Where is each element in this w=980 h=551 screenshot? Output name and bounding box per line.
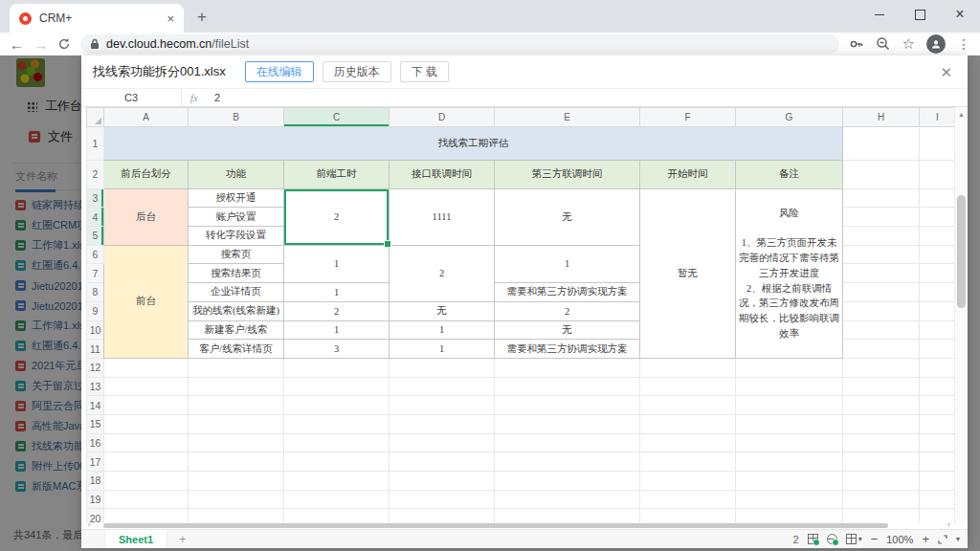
cell-d6[interactable]: 2 xyxy=(390,245,495,301)
cell-b3[interactable]: 授权开通 xyxy=(189,188,284,208)
footer-menu-caret-icon[interactable]: ▾ xyxy=(956,535,960,543)
horizontal-scrollbar[interactable]: ‹ › xyxy=(86,523,968,529)
cell-name-box[interactable]: C3 xyxy=(81,89,182,106)
zoom-out-icon[interactable] xyxy=(876,36,891,52)
dialog-close-icon[interactable]: ✕ xyxy=(936,65,956,79)
row-header[interactable]: 3 xyxy=(87,188,104,208)
horizontal-scroll-thumb[interactable] xyxy=(103,523,888,528)
cell-d9[interactable]: 无 xyxy=(390,301,495,320)
header-cell[interactable]: 前端工时 xyxy=(284,160,390,188)
cell-e10[interactable]: 无 xyxy=(495,320,640,340)
header-cell[interactable]: 备注 xyxy=(736,160,843,188)
cell-f3-start-time[interactable]: 暂无 xyxy=(640,188,736,358)
selected-cell-c3[interactable]: 2 xyxy=(284,188,390,245)
header-cell[interactable]: 前后台划分 xyxy=(104,160,189,188)
cell-e9[interactable]: 2 xyxy=(495,301,640,320)
browser-menu-icon[interactable]: ⋮ xyxy=(957,36,970,52)
row-header[interactable]: 14 xyxy=(87,396,104,415)
header-cell[interactable]: 接口联调时间 xyxy=(390,160,495,188)
cell-c8[interactable]: 1 xyxy=(284,283,390,302)
column-header-f[interactable]: F xyxy=(640,108,736,127)
formula-input[interactable]: 2 xyxy=(207,92,220,103)
cell-d10[interactable]: 1 xyxy=(390,320,495,340)
download-button[interactable]: 下 载 xyxy=(400,61,449,82)
history-version-button[interactable]: 历史版本 xyxy=(323,61,391,82)
sync-status-icon[interactable] xyxy=(827,534,837,544)
scroll-up-icon[interactable]: ▲ xyxy=(955,107,968,121)
online-edit-button[interactable]: 在线编辑 xyxy=(245,61,314,82)
scroll-right-icon[interactable]: › xyxy=(947,520,950,529)
row-header[interactable]: 4 xyxy=(87,208,104,227)
column-header-d[interactable]: D xyxy=(390,108,495,127)
cell-b6[interactable]: 搜索页 xyxy=(189,245,284,264)
column-header-c[interactable]: C xyxy=(284,108,390,127)
password-key-icon[interactable] xyxy=(849,36,864,52)
cell-c10[interactable]: 1 xyxy=(284,320,390,340)
row-header[interactable]: 11 xyxy=(87,340,104,359)
sheet-title-cell[interactable]: 找线索工期评估 xyxy=(104,126,843,160)
cell-c9[interactable]: 2 xyxy=(284,301,390,320)
row-header[interactable]: 12 xyxy=(87,358,104,377)
window-minimize-button[interactable] xyxy=(859,0,900,29)
header-cell[interactable]: 功能 xyxy=(189,160,284,188)
row-header[interactable]: 18 xyxy=(87,472,104,491)
fullscreen-icon[interactable] xyxy=(938,535,947,544)
grid-view-caret-icon[interactable]: ▾ xyxy=(858,535,862,543)
column-header-e[interactable]: E xyxy=(495,108,640,127)
vertical-scroll-thumb[interactable] xyxy=(957,195,966,308)
cell-c6[interactable]: 1 xyxy=(284,245,390,282)
cell-g3-remark[interactable]: 风险 1、第三方页面开发未完善的情况下需等待第三方开发进度 2、根据之前联调情况… xyxy=(736,188,843,358)
cell-d3[interactable]: 1111 xyxy=(390,188,495,245)
window-restore-button[interactable] xyxy=(900,0,940,29)
vertical-scrollbar[interactable]: ▲ xyxy=(954,107,968,523)
cell-b9[interactable]: 我的线索(线索新建) xyxy=(189,301,284,320)
fill-handle[interactable] xyxy=(384,240,391,248)
tab-close-icon[interactable]: × xyxy=(167,12,174,25)
header-cell[interactable]: 第三方联调时间 xyxy=(495,160,640,188)
row-header[interactable]: 9 xyxy=(87,301,104,320)
column-header-i[interactable]: I xyxy=(920,108,956,127)
cell-b4[interactable]: 账户设置 xyxy=(189,208,284,227)
row-header[interactable]: 1 xyxy=(87,126,104,160)
bookmark-star-icon[interactable]: ☆ xyxy=(902,35,915,53)
row-header[interactable]: 8 xyxy=(87,283,104,302)
cell-e8[interactable]: 需要和第三方协调实现方案 xyxy=(495,283,640,302)
row-header[interactable]: 15 xyxy=(87,414,104,433)
row-header[interactable]: 19 xyxy=(87,490,104,509)
cell-d11[interactable]: 1 xyxy=(390,340,495,359)
back-icon[interactable]: ← xyxy=(10,37,24,52)
row-header[interactable]: 13 xyxy=(87,377,104,396)
column-header-b[interactable]: B xyxy=(189,108,284,127)
forward-icon[interactable]: → xyxy=(33,37,48,52)
browser-tab[interactable]: CRM+ × xyxy=(10,4,184,33)
address-bar[interactable]: dev.cloud.hecom.cn/fileList xyxy=(80,34,839,54)
zoom-out-button[interactable]: − xyxy=(871,533,879,545)
cell-b10[interactable]: 新建客户/线索 xyxy=(189,320,284,340)
window-close-button[interactable]: × xyxy=(940,0,980,29)
row-header[interactable]: 2 xyxy=(87,160,104,188)
refresh-icon[interactable] xyxy=(57,37,71,51)
column-header-a[interactable]: A xyxy=(104,108,189,127)
cell-a6-frontend[interactable]: 前台 xyxy=(104,245,189,358)
header-cell[interactable]: 开始时间 xyxy=(640,160,736,188)
cell-a3-backend[interactable]: 后台 xyxy=(104,188,189,245)
row-header[interactable]: 16 xyxy=(87,433,104,452)
cell-b7[interactable]: 搜索结果页 xyxy=(189,264,284,283)
zoom-in-button[interactable]: + xyxy=(922,533,929,545)
add-sheet-icon[interactable]: + xyxy=(179,532,187,546)
column-header-h[interactable]: H xyxy=(843,108,920,127)
grid-view-icon[interactable] xyxy=(846,534,857,544)
cell-b11[interactable]: 客户/线索详情页 xyxy=(189,340,284,359)
cell-b8[interactable]: 企业详情页 xyxy=(189,283,284,302)
column-header-g[interactable]: G xyxy=(736,108,843,127)
row-header[interactable]: 6 xyxy=(87,245,104,264)
cell-style-status-icon[interactable] xyxy=(808,534,818,544)
row-header[interactable]: 5 xyxy=(87,227,104,246)
scroll-left-icon[interactable]: ‹ xyxy=(88,520,91,529)
profile-avatar[interactable] xyxy=(926,34,946,54)
new-tab-button[interactable]: + xyxy=(197,9,207,25)
cell-e11[interactable]: 需要和第三方协调实现方案 xyxy=(495,340,640,359)
row-header[interactable]: 10 xyxy=(87,320,104,340)
row-header[interactable]: 7 xyxy=(87,264,104,283)
cell-e6[interactable]: 1 xyxy=(495,245,640,282)
